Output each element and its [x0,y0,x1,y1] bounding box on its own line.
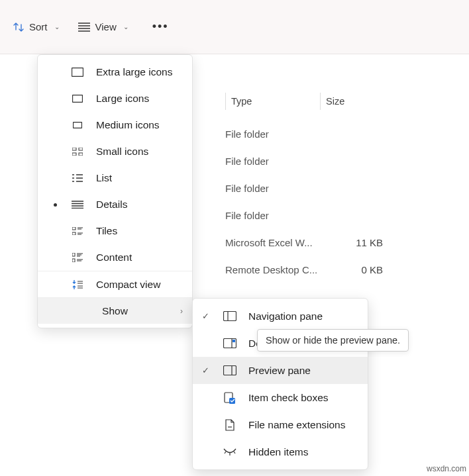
hidden-items-icon [223,446,236,459]
checkbox-icon [223,391,236,405]
menu-tiles[interactable]: Tiles [38,218,192,244]
menu-label: Compact view [96,279,160,291]
check-icon: ✓ [202,311,209,321]
svg-rect-16 [224,366,236,375]
file-rows: File folderFile folderFile folderFile fo… [225,120,462,283]
svg-rect-11 [224,312,236,321]
tiles-icon [71,224,84,238]
menu-label: Navigation pane [248,310,323,322]
menu-label: List [96,172,112,184]
menu-label: Content [96,252,132,263]
row-size: 0 KB [323,264,383,275]
header-size[interactable]: Size [320,93,344,110]
details-pane-icon [223,337,236,350]
file-row[interactable]: Microsoft Excel W...11 KB [225,229,462,256]
view-menu: Extra large icons Large icons Medium ico… [37,54,193,328]
menu-hidden-items[interactable]: Hidden items [193,438,368,465]
file-row[interactable]: File folder [225,120,462,148]
sort-button[interactable]: Sort ⌄ [13,21,60,32]
navigation-pane-icon [223,310,236,323]
row-type: File folder [225,156,323,167]
menu-medium-icons[interactable]: Medium icons [38,112,192,138]
sort-label: Sort [29,21,48,32]
chevron-down-icon: ⌄ [123,23,129,30]
header-type[interactable]: Type [225,93,252,110]
menu-item-check-boxes[interactable]: Item check boxes [193,384,368,411]
tooltip: Show or hide the preview pane. [257,329,409,352]
svg-rect-7 [72,227,76,230]
medium-icons-icon [71,119,84,132]
sort-icon [13,22,24,32]
menu-extra-large-icons[interactable]: Extra large icons [38,59,192,85]
svg-rect-4 [79,148,83,150]
menu-label: Hidden items [248,446,308,458]
svg-rect-5 [72,153,76,156]
svg-rect-19 [229,398,235,404]
menu-label: Show [102,305,128,317]
menu-label: Small icons [96,146,148,158]
preview-pane-icon [223,364,236,377]
large-icons-icon [71,92,84,105]
menu-content[interactable]: Content [38,244,192,271]
menu-label: Extra large icons [96,66,172,78]
menu-label: Large icons [96,93,149,105]
row-type: File folder [225,183,323,194]
menu-navigation-pane[interactable]: ✓ Navigation pane [193,303,368,330]
svg-rect-0 [72,68,83,77]
row-type: File folder [225,128,323,140]
chevron-down-icon: ⌄ [54,23,60,30]
row-size: 11 KB [323,237,383,248]
svg-rect-9 [72,253,75,256]
menu-list[interactable]: List [38,165,192,191]
check-icon: ✓ [202,365,209,375]
menu-small-icons[interactable]: Small icons [38,138,192,165]
menu-label: File name extensions [248,419,345,431]
row-type: Microsoft Excel W... [225,237,323,248]
menu-preview-pane[interactable]: ✓ Preview pane [193,357,368,384]
svg-rect-15 [233,340,235,342]
view-button[interactable]: View ⌄ [78,21,129,32]
content-icon [71,251,84,264]
svg-rect-3 [72,148,76,150]
menu-label: Details [96,199,127,211]
row-type: Remote Desktop C... [225,264,323,275]
svg-rect-1 [73,95,83,103]
ellipsis-icon: ••• [152,20,169,34]
svg-rect-2 [74,122,82,128]
small-icons-icon [71,145,84,158]
compact-view-icon [71,278,84,291]
extra-large-icons-icon [71,66,84,79]
file-row[interactable]: File folder [225,175,462,202]
svg-rect-10 [72,259,75,262]
menu-details[interactable]: Details [38,191,192,218]
watermark: wsxdn.com [427,464,466,473]
row-type: File folder [225,210,323,221]
svg-rect-6 [79,153,83,156]
menu-label: Item check boxes [248,392,329,404]
show-submenu: ✓ Navigation pane De ✓ Preview pane Item… [192,298,368,470]
menu-label: Tiles [96,225,117,237]
view-icon [78,23,90,32]
list-icon [71,171,84,185]
file-row[interactable]: File folder [225,202,462,229]
details-icon [71,198,84,211]
menu-large-icons[interactable]: Large icons [38,85,192,112]
svg-rect-8 [72,232,76,235]
toolbar: Sort ⌄ View ⌄ ••• [0,0,469,54]
menu-label: Preview pane [248,365,311,377]
file-extension-icon [223,418,236,432]
selected-bullet [54,203,57,207]
file-row[interactable]: File folder [225,148,462,175]
menu-file-name-extensions[interactable]: File name extensions [193,411,368,438]
view-label: View [95,21,117,32]
menu-compact-view[interactable]: Compact view [38,271,192,297]
menu-label: Medium icons [96,119,160,131]
more-button[interactable]: ••• [152,20,169,34]
chevron-right-icon: › [180,307,183,316]
file-row[interactable]: Remote Desktop C...0 KB [225,256,462,283]
menu-show[interactable]: Show › [38,297,192,324]
